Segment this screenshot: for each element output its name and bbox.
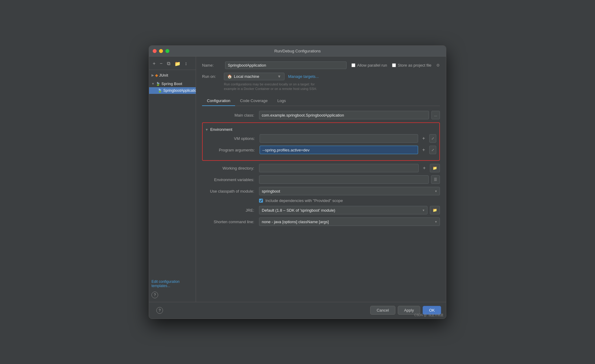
program-args-expand-button[interactable]: ⤢ <box>429 146 436 154</box>
traffic-lights <box>153 49 169 53</box>
working-dir-browse-button[interactable]: 📁 <box>430 164 440 172</box>
allow-parallel-checkbox-label[interactable]: Allow parallel run <box>351 63 387 68</box>
tab-code-coverage[interactable]: Code Coverage <box>235 96 272 106</box>
working-dir-add-button[interactable]: + <box>421 165 427 171</box>
env-vars-row: Environment variables: ☰ <box>202 175 440 184</box>
chevron-down-icon: ▼ <box>151 82 155 85</box>
edit-templates-link[interactable]: Edit configuration templates... <box>149 277 196 290</box>
allow-parallel-label: Allow parallel run <box>357 63 387 68</box>
runon-row: Run on: 🏠 Local machine ▼ Manage targets… <box>202 73 440 80</box>
sidebar-group-junit: ▶ ◈ JUnit <box>149 71 196 80</box>
shorten-row: Shorten command line: none - java [optio… <box>202 217 440 226</box>
tab-logs[interactable]: Logs <box>272 96 291 106</box>
env-vars-browse-button[interactable]: ☰ <box>431 175 440 184</box>
main-class-row: Main class: ... <box>202 111 440 119</box>
header-checkboxes: Allow parallel run Store as project file… <box>351 63 440 68</box>
dropdown-caret-icon: ▼ <box>277 74 281 79</box>
vm-options-label: VM options: <box>203 136 257 141</box>
move-to-folder-button[interactable]: 📁 <box>173 60 182 67</box>
classpath-dropdown[interactable]: springboot <box>259 187 440 195</box>
vm-options-expand-button[interactable]: ⤢ <box>429 134 436 143</box>
vm-options-input[interactable] <box>260 134 418 143</box>
maximize-button[interactable] <box>165 49 169 53</box>
environment-section-header[interactable]: ▼ Environment <box>203 126 436 134</box>
working-dir-label: Working directory: <box>202 166 257 170</box>
add-config-button[interactable]: + <box>151 60 157 67</box>
titlebar: Run/Debug Configurations <box>149 46 446 57</box>
close-button[interactable] <box>153 49 157 53</box>
chevron-right-icon: ▶ <box>151 74 154 77</box>
jre-dropdown[interactable]: Default (1.8 – SDK of 'springboot' modul… <box>259 206 427 214</box>
vm-options-row: VM options: + ⤢ <box>203 134 436 143</box>
program-args-input[interactable] <box>260 146 418 154</box>
hint-text: Run configurations may be executed local… <box>224 82 440 91</box>
name-input[interactable] <box>225 61 347 69</box>
jre-browse-button[interactable]: 📁 <box>430 206 440 214</box>
name-label: Name: <box>202 63 220 68</box>
bottom-bar: ? Cancel Apply OK <box>149 302 446 319</box>
copy-config-button[interactable]: ⧉ <box>166 60 171 67</box>
sidebar: + − ⧉ 📁 ↕ ▶ ◈ JUnit ▼ 🍃 Spring Boot <box>149 57 196 302</box>
window-title: Run/Debug Configurations <box>274 49 321 53</box>
main-class-label: Main class: <box>202 113 257 117</box>
store-as-project-checkbox-label[interactable]: Store as project file <box>392 63 431 68</box>
store-as-project-checkbox[interactable] <box>392 63 396 67</box>
sidebar-help-button[interactable]: ? <box>151 292 158 298</box>
include-deps-label[interactable]: Include dependencies with "Provided" sco… <box>265 198 343 203</box>
sidebar-item-springboot[interactable]: ▼ 🍃 Spring Boot <box>149 81 196 87</box>
local-machine-label: Local machine <box>234 74 259 79</box>
environment-section: ▼ Environment VM options: + ⤢ Program ar… <box>202 122 440 161</box>
program-args-add-button[interactable]: + <box>420 147 427 153</box>
include-deps-row: Include dependencies with "Provided" sco… <box>259 198 440 203</box>
local-machine-dropdown[interactable]: 🏠 Local machine ▼ <box>224 73 284 80</box>
bottom-left: ? <box>154 306 165 315</box>
junit-label: JUnit <box>159 73 168 78</box>
right-panel: Name: Allow parallel run Store as projec… <box>196 57 446 302</box>
home-icon: 🏠 <box>227 74 232 79</box>
tab-configuration[interactable]: Configuration <box>202 96 235 106</box>
env-vars-label: Environment variables: <box>202 177 257 182</box>
main-class-input[interactable] <box>259 111 429 119</box>
cancel-button[interactable]: Cancel <box>370 306 395 315</box>
jre-dropdown-wrapper: Default (1.8 – SDK of 'springboot' modul… <box>259 206 427 214</box>
sidebar-item-springbootapplication[interactable]: 🍃 SpringbootApplication <box>149 87 196 94</box>
classpath-row: Use classpath of module: springboot <box>202 187 440 195</box>
remove-config-button[interactable]: − <box>158 60 164 67</box>
tabs: Configuration Code Coverage Logs <box>202 96 440 106</box>
runon-label: Run on: <box>202 74 220 79</box>
watermark: CSDN @: 我是大明星 <box>414 313 444 317</box>
springboot-label: Spring Boot <box>161 82 182 86</box>
store-as-project-label: Store as project file <box>398 63 431 68</box>
environment-section-title: Environment <box>210 127 232 132</box>
working-dir-input[interactable] <box>259 164 419 172</box>
manage-targets-link[interactable]: Manage targets... <box>288 74 319 79</box>
junit-icon: ◈ <box>155 73 158 78</box>
help-button[interactable]: ? <box>156 307 163 314</box>
gear-icon[interactable]: ⚙ <box>436 63 440 68</box>
sort-button[interactable]: ↕ <box>184 60 188 67</box>
vm-options-add-button[interactable]: + <box>420 135 427 142</box>
minimize-button[interactable] <box>159 49 163 53</box>
sidebar-item-junit[interactable]: ▶ ◈ JUnit <box>149 72 196 79</box>
main-class-browse-button[interactable]: ... <box>431 111 440 119</box>
sidebar-toolbar: + − ⧉ 📁 ↕ <box>149 59 196 70</box>
name-row: Name: Allow parallel run Store as projec… <box>202 61 440 69</box>
shorten-dropdown[interactable]: none - java [options] className [args] <box>259 217 440 226</box>
jre-label: JRE: <box>202 208 257 213</box>
allow-parallel-checkbox[interactable] <box>351 63 355 67</box>
jre-row: JRE: Default (1.8 – SDK of 'springboot' … <box>202 206 440 214</box>
app-label: SpringbootApplication <box>163 88 199 93</box>
program-args-label: Program arguments: <box>203 148 257 152</box>
classpath-label: Use classpath of module: <box>202 189 257 194</box>
springboot-icon: 🍃 <box>156 82 160 86</box>
run-debug-configurations-dialog: Run/Debug Configurations + − ⧉ 📁 ↕ ▶ ◈ J… <box>149 45 446 319</box>
program-args-row: Program arguments: + ⤢ <box>203 146 436 154</box>
section-toggle-icon[interactable]: ▼ <box>205 128 208 131</box>
shorten-label: Shorten command line: <box>202 220 257 224</box>
shorten-dropdown-wrapper: none - java [options] className [args] <box>259 217 440 226</box>
working-dir-row: Working directory: + 📁 <box>202 164 440 172</box>
classpath-dropdown-wrapper: springboot <box>259 187 440 195</box>
include-deps-checkbox[interactable] <box>259 199 263 203</box>
app-icon: 🍃 <box>158 88 162 93</box>
env-vars-input[interactable] <box>259 175 429 184</box>
